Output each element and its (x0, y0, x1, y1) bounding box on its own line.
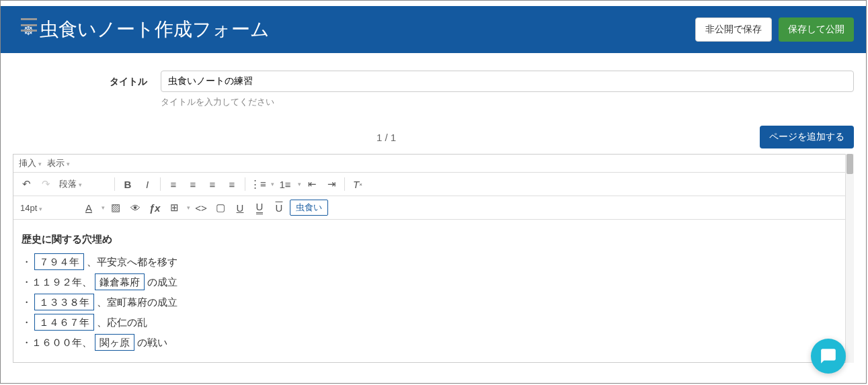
align-right-button[interactable]: ≡ (204, 175, 221, 193)
blank-box[interactable]: １４６７年 (34, 314, 94, 331)
add-page-button[interactable]: ページを追加する (760, 126, 854, 148)
align-left-button[interactable]: ≡ (165, 175, 182, 193)
menu-insert[interactable]: 挿入▾ (19, 157, 42, 169)
bullet-list-dropdown[interactable]: ▾ (271, 181, 274, 187)
line-suffix: 、応仁の乱 (94, 316, 147, 328)
clear-format-button[interactable]: T× (349, 175, 366, 193)
mushikui-button[interactable]: 虫食い (290, 200, 328, 216)
align-center-button[interactable]: ≡ (184, 175, 202, 193)
format-select[interactable]: 段落▾ (56, 177, 110, 191)
overline-button[interactable]: U (270, 199, 288, 216)
line-suffix: 、平安京へ都を移す (84, 256, 177, 267)
underline-double-button[interactable]: U (251, 199, 268, 216)
bullet-list-button[interactable]: ⋮≡ (249, 175, 267, 193)
page-indicator: 1 / 1 (13, 132, 760, 143)
editor-content-area[interactable]: 歴史に関する穴埋め ・ ７９４年 、平安京へ都を移す ・１１９２年、 鎌倉幕府 … (13, 220, 853, 362)
page-header: ⎈ 虫食いノート作成フォーム 非公開で保存 保存して公開 (1, 6, 866, 53)
tex-button[interactable]: ƒx (146, 199, 163, 216)
hamburger-menu[interactable] (21, 18, 37, 32)
menu-view[interactable]: 表示▾ (47, 157, 70, 169)
number-list-dropdown[interactable]: ▾ (298, 181, 301, 187)
line-prefix: ・ (22, 296, 34, 308)
table-button[interactable]: ⊞ (165, 199, 183, 216)
box-button[interactable]: ▢ (212, 199, 229, 216)
undo-button[interactable]: ↶ (17, 175, 35, 193)
text-color-dropdown[interactable]: ▾ (102, 204, 105, 211)
editor-scrollbar[interactable] (845, 154, 854, 363)
align-justify-button[interactable]: ≡ (223, 175, 241, 193)
indent-button[interactable]: ⇥ (323, 175, 340, 193)
chat-widget-button[interactable] (811, 339, 846, 374)
bold-button[interactable]: B (119, 175, 136, 193)
scrollbar-thumb[interactable] (846, 154, 853, 174)
outdent-button[interactable]: ⇤ (303, 175, 321, 193)
line-prefix: ・ (22, 316, 34, 328)
table-dropdown[interactable]: ▾ (187, 204, 190, 211)
line-prefix: ・１６００年、 (22, 337, 95, 348)
line-suffix: の成立 (145, 276, 177, 288)
image-button[interactable]: ▨ (107, 199, 124, 216)
blank-box[interactable]: 関ヶ原 (95, 334, 134, 351)
title-help-text: タイトルを入力してください (161, 96, 854, 108)
save-publish-button[interactable]: 保存して公開 (779, 17, 854, 42)
text-color-button[interactable]: A (80, 199, 97, 216)
rich-text-editor: 挿入▾ 表示▾ ↶ ↷ 段落▾ B I ≡ ≡ ≡ ≡ ⋮≡ (13, 154, 854, 363)
code-button[interactable]: <> (192, 199, 210, 216)
blank-box[interactable]: ７９４年 (34, 253, 84, 270)
blank-box[interactable]: 鎌倉幕府 (95, 273, 145, 290)
content-heading: 歴史に関する穴埋め (22, 229, 845, 249)
font-size-select[interactable]: 14pt▾ (17, 202, 78, 214)
line-prefix: ・１１９２年、 (22, 276, 95, 288)
title-input[interactable] (161, 71, 854, 92)
save-private-button[interactable]: 非公開で保存 (695, 17, 772, 42)
line-suffix: 、室町幕府の成立 (94, 296, 177, 308)
title-label: タイトル (13, 71, 147, 88)
page-title: 虫食いノート作成フォーム (40, 17, 270, 42)
line-suffix: の戦い (134, 337, 167, 348)
italic-button[interactable]: I (139, 175, 156, 193)
redo-button[interactable]: ↷ (37, 175, 54, 193)
underline-u-button[interactable]: U (231, 199, 249, 216)
line-prefix: ・ (22, 256, 34, 267)
blank-box[interactable]: １３３８年 (34, 294, 94, 310)
number-list-button[interactable]: 1≡ (276, 175, 294, 193)
preview-button[interactable]: 👁 (126, 199, 144, 216)
